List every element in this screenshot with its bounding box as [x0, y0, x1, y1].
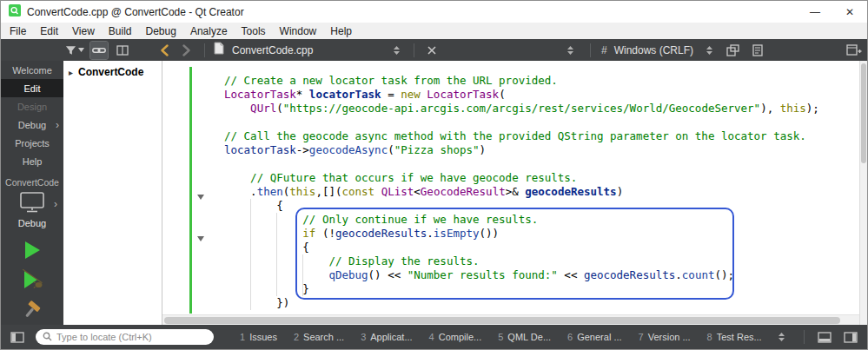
menu-build[interactable]: Build [102, 25, 139, 37]
pane-label: General ... [577, 332, 621, 342]
separator [804, 330, 805, 344]
output-pane-arrows[interactable] [778, 332, 785, 342]
forward-button[interactable] [178, 42, 195, 59]
titlebar: ConvertCode.cpp @ ConvertCode - Qt Creat… [1, 1, 867, 23]
code-line[interactable]: // QFuture that occurs if we have geocod… [224, 171, 859, 185]
toggle-left-sidebar-button[interactable] [8, 328, 27, 346]
main-area: WelcomeEditDesignDebug›ProjectsHelp Conv… [1, 61, 867, 325]
code-line[interactable]: // Only continue if we have results. [224, 213, 859, 227]
project-root-item[interactable]: ▸ ConvertCode [63, 66, 162, 78]
output-pane-7[interactable]: 7Version ... [639, 332, 691, 342]
separator [204, 43, 205, 57]
close-document-button[interactable] [423, 42, 441, 59]
code-line[interactable]: // Call the geocode async method with th… [224, 129, 859, 143]
line-ending-selector[interactable]: Windows (CRLF) [614, 44, 693, 56]
line-column-indicator[interactable]: # [601, 44, 607, 56]
output-pane-4[interactable]: 4Compile... [429, 332, 482, 342]
locator-input[interactable] [56, 332, 207, 342]
menu-view[interactable]: View [65, 25, 102, 37]
menu-tools[interactable]: Tools [235, 25, 273, 37]
line-ending-dropdown-arrows[interactable] [700, 42, 718, 59]
mode-edit[interactable]: Edit [1, 79, 63, 97]
code-line[interactable]: // Create a new locator task from the UR… [224, 74, 859, 88]
sync-with-editor-button[interactable] [90, 42, 108, 59]
split-panel-button[interactable] [114, 42, 131, 59]
editor-toolbar: ConvertCode.cpp [156, 42, 441, 59]
code-line[interactable]: { [224, 241, 859, 254]
code-line[interactable] [224, 116, 859, 129]
mode-list: WelcomeEditDesignDebug›ProjectsHelp [1, 61, 63, 170]
vertical-scrollbar[interactable] [859, 61, 867, 325]
run-button[interactable] [23, 240, 42, 261]
scroll-arrows-icon[interactable] [562, 42, 580, 59]
vertical-scrollbar-thumb[interactable] [861, 63, 866, 163]
back-button[interactable] [156, 42, 173, 59]
separator [590, 43, 591, 57]
debug-run-button[interactable] [23, 269, 42, 290]
code-area[interactable]: // Create a new locator task from the UR… [162, 74, 859, 310]
pane-label: Version ... [648, 332, 691, 342]
code-line[interactable]: qDebug() << "Number results found:" << g… [224, 268, 859, 282]
code-line[interactable]: { [224, 199, 859, 213]
build-config-label: Debug [1, 218, 63, 228]
mode-label: Projects [15, 138, 50, 149]
output-pane-6[interactable]: 6General ... [567, 332, 621, 342]
code-line[interactable]: // Display the results. [224, 254, 859, 268]
mode-label: Debug [18, 120, 46, 130]
output-pane-5[interactable]: 5QML De... [498, 332, 551, 342]
menu-analyze[interactable]: Analyze [183, 25, 235, 37]
code-line[interactable]: }) [224, 296, 859, 310]
locator-field[interactable] [36, 329, 214, 345]
pane-label: Test Res... [717, 332, 762, 342]
output-pane-8[interactable]: 8Test Res... [707, 332, 762, 342]
mode-projects[interactable]: Projects [1, 134, 63, 152]
horizontal-scrollbar[interactable] [162, 314, 859, 325]
mode-debug[interactable]: Debug› [1, 116, 63, 134]
output-pane-3[interactable]: 3Applicat... [361, 332, 412, 342]
project-tree-panel: ▸ ConvertCode [63, 61, 162, 325]
window-controls: — ✕ [798, 1, 867, 23]
menu-edit[interactable]: Edit [33, 25, 65, 37]
code-editor[interactable]: // Create a new locator task from the UR… [162, 61, 859, 325]
pane-number: 7 [639, 332, 644, 342]
output-pane-list: 1Issues2Search ...3Applicat...4Compile..… [240, 332, 762, 342]
minimize-button[interactable]: — [798, 1, 832, 23]
code-line[interactable]: LocatorTask* locatorTask = new LocatorTa… [224, 88, 859, 102]
horizontal-scrollbar-thumb[interactable] [164, 317, 840, 324]
mode-welcome[interactable]: Welcome [1, 61, 63, 79]
toggle-bottom-pane-button[interactable] [815, 328, 834, 346]
document-dropdown-arrows[interactable] [388, 42, 405, 59]
expand-chevron-icon[interactable]: ▸ [69, 68, 73, 77]
mode-label: Edit [24, 83, 41, 94]
mode-label: Welcome [12, 65, 52, 76]
app-window: ConvertCode.cpp @ ConvertCode - Qt Creat… [0, 0, 868, 350]
menu-debug[interactable]: Debug [139, 25, 183, 37]
menu-file[interactable]: File [3, 25, 33, 37]
code-line[interactable]: .then(this,[](const QList<GeocodeResult>… [224, 185, 859, 199]
build-button[interactable] [22, 300, 43, 320]
code-line[interactable]: locatorTask->geocodeAsync("Pizza shops") [224, 143, 859, 157]
pane-label: Applicat... [370, 332, 412, 342]
close-button[interactable]: ✕ [832, 1, 867, 23]
search-icon [43, 329, 52, 345]
open-document-label[interactable]: ConvertCode.cpp [229, 44, 382, 56]
filter-button[interactable] [65, 42, 84, 59]
output-pane-1[interactable]: 1Issues [240, 332, 277, 342]
split-editor-button[interactable] [845, 42, 863, 59]
pane-number: 3 [361, 332, 366, 342]
code-line[interactable] [224, 157, 859, 171]
mode-help[interactable]: Help [1, 152, 63, 170]
code-line[interactable]: QUrl("https://geocode-api.arcgis.com/arc… [224, 102, 859, 116]
toggle-right-sidebar-button[interactable] [841, 328, 860, 346]
menu-window[interactable]: Window [273, 25, 324, 37]
menu-help[interactable]: Help [323, 25, 359, 37]
code-line[interactable]: if (!geocodeResults.isEmpty()) [224, 227, 859, 241]
clone-document-icon[interactable] [725, 42, 742, 59]
kit-selector-button[interactable]: › [1, 194, 63, 215]
mode-sidebar: WelcomeEditDesignDebug›ProjectsHelp Conv… [1, 61, 63, 325]
output-pane-2[interactable]: 2Search ... [294, 332, 344, 342]
code-line[interactable]: } [224, 282, 859, 296]
menubar: FileEditViewBuildDebugAnalyzeToolsWindow… [1, 23, 867, 39]
document-outline-icon[interactable] [749, 42, 766, 59]
project-panel-toolbar [65, 42, 131, 59]
